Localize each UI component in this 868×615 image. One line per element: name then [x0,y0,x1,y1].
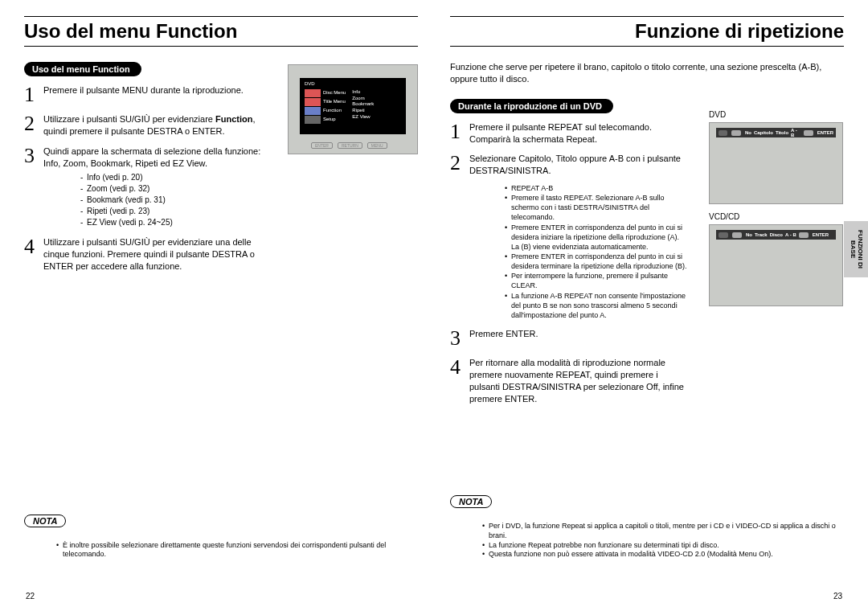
left-page: Uso del menu Function Uso del menu Funct… [24,16,418,607]
function-menu-screenshot: DVD Disc Menu Title Menu Function Setup … [288,64,418,154]
repeat-sublist: REPEAT A-B Premere il tasto REPEAT. Sele… [473,183,687,320]
step-3: 3 Quindi appare la schermata di selezion… [24,146,268,229]
step-number: 1 [24,84,39,105]
step-number: 3 [24,146,39,166]
right-page: Funzione di ripetizione Funzione che ser… [450,16,844,607]
nota-label-left: NOTA [24,515,66,527]
step-text: Utilizzare i pulsanti SU/GIÙ per evidenz… [43,113,268,137]
right-title: Funzione di ripetizione [450,20,844,43]
step-text: Quindi appare la schermata di selezione … [43,146,268,229]
nota-list-right: Per i DVD, la funzione Repeat si applica… [450,522,844,560]
nota-label-right: NOTA [450,495,492,508]
vcd-repeat-screen: No Track Disco A - B ENTER [709,224,843,306]
section-pill-right: Durante la riproduzione di un DVD [450,99,613,113]
nota-list-left: È inoltre possibile selezionare direttam… [24,541,418,560]
function-sublist: Info (vedi p. 20) Zoom (vedi p. 32) Book… [48,172,268,228]
step-4: 4 Per ritornare alla modalità di riprodu… [450,357,687,404]
right-header: Funzione di ripetizione [450,16,844,47]
repeat-screenshots: DVD No Capitolo Titolo A - B ENTER VCD/C… [709,109,844,306]
step-number: 4 [24,236,39,257]
intro-text: Funzione che serve per ripetere il brano… [450,61,844,85]
section-pill-left: Uso del menu Function [24,62,141,76]
side-tab: FUNZIONI DI BASE [844,221,868,277]
step-2: 2 Selezionare Capitolo, Titolo oppure A-… [450,153,687,320]
step-1: 1 Premere il pulsante MENU durante la ri… [24,84,268,105]
page-number-left: 22 [26,592,35,601]
step-4: 4 Utilizzare i pulsanti SU/GIÙ per evide… [24,236,268,273]
step-1: 1 Premere il pulsante REPEAT sul telecom… [450,121,687,146]
page-number-right: 23 [833,592,842,601]
step-number: 2 [24,113,39,134]
step-3: 3 Premere ENTER. [450,328,687,349]
dvd-repeat-screen: No Capitolo Titolo A - B ENTER [709,122,843,204]
step-2: 2 Utilizzare i pulsanti SU/GIÙ per evide… [24,113,268,137]
left-header: Uso del menu Function [24,16,418,47]
step-text: Utilizzare i pulsanti SU/GIÙ per evidenz… [43,236,268,273]
step-text: Premere il pulsante MENU durante la ripr… [43,84,268,96]
left-title: Uso del menu Function [24,20,418,43]
